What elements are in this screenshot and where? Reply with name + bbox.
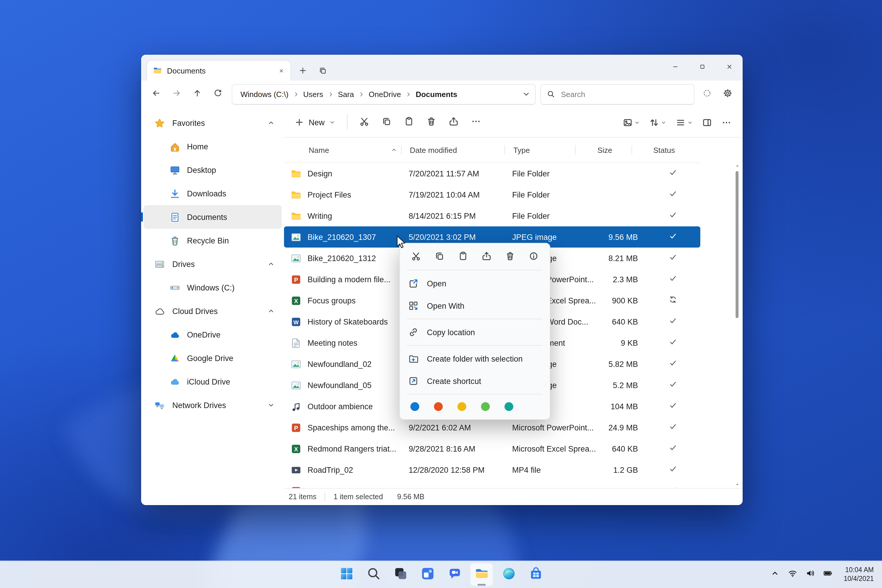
up-button[interactable] [188,85,206,103]
battery-button[interactable] [821,568,834,581]
volume-button[interactable] [804,568,817,581]
sidebar-item-onedrive[interactable]: OneDrive [144,323,282,346]
scrollbar[interactable] [734,162,741,489]
back-button[interactable] [147,85,165,103]
scroll-down-button[interactable] [735,482,740,487]
chat-button[interactable] [443,563,466,586]
new-tab-button[interactable] [295,63,310,78]
more-button[interactable] [717,112,736,132]
tray-chevron-button[interactable] [768,568,782,581]
breadcrumb[interactable]: Windows (C:\)UsersSaraOneDriveDocuments [232,84,536,104]
start-button[interactable] [334,563,358,586]
file-row[interactable]: Project Files7/19/2021 10:04 AMFile Fold… [284,184,700,205]
sidebar-item-home[interactable]: Home [144,135,282,158]
progress-button[interactable] [698,85,716,103]
breadcrumb-segment[interactable]: Sara [334,88,357,100]
breadcrumb-segment[interactable]: Users [300,88,327,100]
edge-button[interactable] [497,563,520,586]
column-header-status[interactable]: Status [639,138,700,162]
paste-button[interactable] [453,247,473,267]
tab-close-button[interactable] [275,64,287,76]
menu-item-open-with[interactable]: Open With [402,295,548,317]
open-with-icon [408,300,418,311]
column-header-size[interactable]: Size [583,138,639,162]
breadcrumb-segment[interactable]: OneDrive [365,88,405,100]
new-button[interactable]: New [289,112,341,132]
file-row[interactable]: XRedmond Rangers triat...9/28/2021 8:16 … [284,438,700,459]
breadcrumb-segment[interactable]: Windows (C:\) [237,88,292,100]
details-pane-button[interactable] [698,112,716,132]
menu-item-copy-location[interactable]: Copy location [402,321,548,344]
sidebar-item-documents[interactable]: Documents [144,205,282,229]
more-button[interactable] [465,112,486,132]
sidebar-section-network-drives[interactable]: Network Drives [144,393,282,417]
delete-icon [506,251,515,263]
paste-button[interactable] [398,112,419,132]
sidebar-item-icloud-drive[interactable]: iCloud Drive [144,370,282,393]
file-row[interactable]: Writing8/14/2021 6:15 PMFile Folder [284,205,700,226]
breadcrumb-chevron-icon [327,91,334,98]
sidebar-section-drives[interactable]: Drives [144,252,282,276]
sidebar-item-label: Home [187,142,208,151]
sort-button[interactable] [645,112,670,132]
sidebar-item-recycle-bin[interactable]: Recycle Bin [144,229,282,252]
close-button[interactable] [716,55,742,80]
breadcrumb-segment[interactable]: Documents [412,88,461,100]
sidebar-section-cloud-drives[interactable]: Cloud Drives [144,299,282,323]
sidebar-item-downloads[interactable]: Downloads [144,182,282,205]
menu-item-open[interactable]: Open [402,272,548,295]
sidebar-section-favorites[interactable]: Favorites [144,111,282,135]
wifi-button[interactable] [786,568,799,581]
toolbar-divider [347,115,348,130]
settings-button[interactable] [718,85,737,103]
cut-button[interactable] [353,112,375,132]
tab-actions-button[interactable] [315,63,330,78]
forward-button[interactable] [168,85,186,103]
sidebar-item-google-drive[interactable]: Google Drive [144,346,282,370]
search-button[interactable] [362,563,385,586]
copy-button[interactable] [376,112,397,132]
delete-icon [426,116,436,129]
column-header-name[interactable]: Name [308,138,409,162]
menu-item-label: Create folder with selection [427,354,523,363]
store-button[interactable] [524,563,548,586]
file-row[interactable]: PSpaceships among the...9/2/2021 6:02 AM… [284,417,700,438]
minimize-button[interactable] [662,55,688,80]
menu-item-create-shortcut[interactable]: Create shortcut [402,370,548,392]
check-status-icon [668,338,677,348]
task-view-button[interactable] [388,563,412,586]
column-header-type[interactable]: Type [512,138,583,162]
tag-dot[interactable] [458,402,466,411]
scrollbar-thumb[interactable] [736,171,738,318]
tag-dot[interactable] [504,402,513,411]
thumbnail-button[interactable] [619,112,644,132]
copy-button[interactable] [429,247,449,267]
scroll-up-button[interactable] [735,164,740,168]
search-input[interactable] [560,89,688,99]
tag-dot[interactable] [410,402,419,411]
cut-button[interactable] [406,247,426,267]
sidebar-item-windows-c[interactable]: Windows (C:) [144,276,282,299]
share-button[interactable] [443,112,464,132]
delete-button[interactable] [420,112,442,132]
file-explorer-button[interactable] [470,563,494,586]
tag-dot[interactable] [481,402,490,411]
file-row[interactable]: PDFRoaming Raleigh7/30/2021 4:48 PMMicro… [284,480,700,488]
view-button[interactable] [672,112,697,132]
breadcrumb-dropdown-button[interactable] [522,90,530,98]
sidebar-item-desktop[interactable]: Desktop [144,158,282,182]
menu-item-create-folder-with-selection[interactable]: Create folder with selection [402,348,548,370]
tab-documents[interactable]: Documents [147,61,291,81]
refresh-button[interactable] [209,85,227,103]
file-row[interactable]: RoadTrip_0212/28/2020 12:58 PMMP4 file1.… [284,459,700,480]
sidebar-item-label: Documents [187,213,227,221]
info-button[interactable] [524,247,544,267]
delete-button[interactable] [500,247,520,267]
share-button[interactable] [477,247,496,267]
widgets-button[interactable] [416,563,439,586]
clock[interactable]: 10:04 AM 10/4/2021 [844,566,874,584]
tag-dot[interactable] [434,402,443,411]
maximize-button[interactable] [688,55,716,80]
column-header-date[interactable]: Date modified [409,138,512,162]
file-row[interactable]: Design7/20/2021 11:57 AMFile Folder [284,163,700,184]
